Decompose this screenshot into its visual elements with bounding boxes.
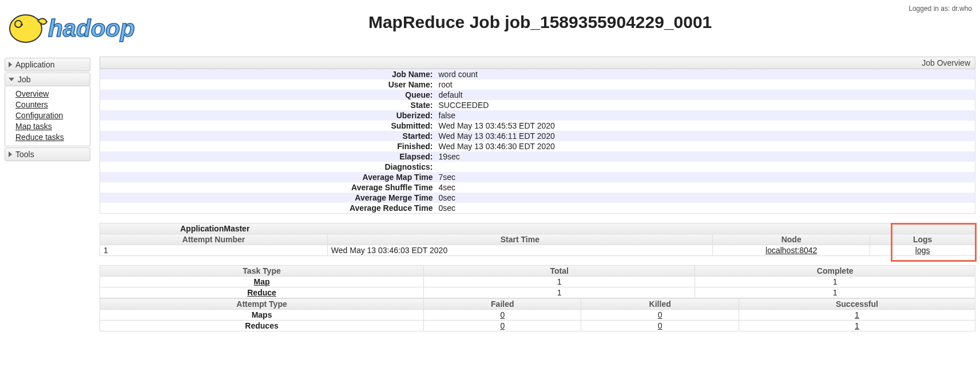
sidebar-item-overview[interactable]: Overview — [15, 89, 86, 99]
overview-key: Elapsed: — [100, 151, 437, 162]
overview-key: Started: — [100, 131, 437, 141]
svg-point-0 — [10, 15, 42, 42]
am-row: 1 Wed May 13 03:46:03 EDT 2020 localhost… — [100, 245, 975, 256]
overview-key: Queue: — [100, 90, 437, 100]
overview-key: Diagnostics: — [100, 162, 437, 172]
task-row-reduce: Reduce 1 1 — [100, 287, 975, 298]
task-reduce-cell: Reduce — [100, 287, 424, 298]
sidebar-item-map-tasks[interactable]: Map tasks — [15, 121, 86, 132]
attempt-maps-killed[interactable]: 0 — [658, 310, 662, 319]
attempt-reduces-successful[interactable]: 1 — [855, 321, 859, 330]
overview-value: 4sec — [437, 182, 975, 193]
attempt-reduces-failed[interactable]: 0 — [500, 321, 505, 330]
overview-key: Submitted: — [100, 121, 437, 131]
overview-value: 19sec — [437, 151, 975, 162]
sidebar-tools[interactable]: Tools — [5, 147, 90, 161]
sidebar-item-configuration[interactable]: Configuration — [15, 110, 86, 121]
overview-value: 0sec — [437, 193, 975, 203]
overview-row: Average Shuffle Time4sec — [100, 182, 975, 193]
sidebar-item-counters[interactable]: Counters — [15, 99, 86, 110]
task-reduce-complete: 1 — [695, 287, 975, 298]
task-reduce-link[interactable]: Reduce — [247, 288, 276, 297]
sidebar-job[interactable]: Job — [5, 73, 90, 86]
overview-value: Wed May 13 03:46:11 EDT 2020 — [437, 131, 975, 141]
overview-row: Started:Wed May 13 03:46:11 EDT 2020 — [100, 131, 975, 141]
overview-value: word count — [437, 69, 975, 79]
overview-row: Elapsed:19sec — [100, 151, 975, 162]
overview-key: Uberized: — [100, 110, 437, 121]
am-th-node: Node — [712, 234, 870, 245]
sidebar-tools-label: Tools — [15, 150, 34, 159]
task-map-cell: Map — [100, 277, 424, 287]
am-attempt: 1 — [100, 245, 328, 256]
chevron-down-icon — [9, 78, 14, 81]
overview-row: Job Name:word count — [100, 69, 975, 79]
attempt-maps-successful[interactable]: 1 — [855, 310, 859, 319]
login-status: Logged in as: dr.who — [908, 0, 980, 13]
overview-value: Wed May 13 03:46:30 EDT 2020 — [437, 141, 975, 151]
overview-value — [437, 162, 975, 172]
task-map-complete: 1 — [695, 277, 975, 287]
am-start: Wed May 13 03:46:03 EDT 2020 — [327, 245, 712, 256]
at-th-successful: Successful — [739, 299, 975, 310]
task-map-total: 1 — [424, 277, 695, 287]
svg-text:hadoop: hadoop — [48, 15, 135, 42]
overview-key: Average Map Time — [100, 172, 437, 182]
attempt-reduces-label: Reduces — [100, 321, 424, 331]
am-th-attempt: Attempt Number — [100, 234, 328, 245]
overview-row: Average Merge Time0sec — [100, 193, 975, 203]
attempt-maps-failed[interactable]: 0 — [500, 310, 505, 319]
overview-value: 7sec — [437, 172, 975, 182]
task-row-map: Map 1 1 — [100, 277, 975, 287]
page-title: MapReduce Job job_1589355904229_0001 — [172, 13, 908, 32]
attempt-row-maps: Maps 0 0 1 — [100, 310, 975, 321]
overview-key: Average Reduce Time — [100, 203, 437, 214]
overview-value: SUCCEEDED — [437, 100, 975, 110]
sidebar: Application Job Overview Counters Config… — [5, 57, 90, 161]
svg-point-2 — [21, 23, 23, 26]
tt-th-type: Task Type — [100, 266, 424, 277]
overview-value: default — [437, 90, 975, 100]
at-th-failed: Failed — [424, 299, 581, 310]
am-th-start: Start Time — [327, 234, 712, 245]
am-logs-cell: logs — [870, 245, 975, 256]
at-th-type: Attempt Type — [100, 299, 424, 310]
sidebar-application-label: Application — [15, 60, 55, 69]
overview-row: State:SUCCEEDED — [100, 100, 975, 110]
overview-value: 0sec — [437, 203, 975, 214]
attempt-reduces-killed[interactable]: 0 — [658, 321, 662, 330]
overview-key: Average Merge Time — [100, 193, 437, 203]
attempt-type-table: Attempt Type Failed Killed Successful Ma… — [100, 298, 975, 331]
am-th-logs: Logs — [870, 234, 975, 245]
job-overview-header: Job Overview — [100, 57, 975, 69]
overview-key: Finished: — [100, 141, 437, 151]
overview-row: Diagnostics: — [100, 162, 975, 172]
am-node-link[interactable]: localhost:8042 — [765, 246, 817, 255]
chevron-right-icon — [9, 151, 12, 157]
overview-value: Wed May 13 03:45:53 EDT 2020 — [437, 121, 975, 131]
overview-key: User Name: — [100, 79, 437, 90]
overview-key: State: — [100, 100, 437, 110]
overview-row: User Name:root — [100, 79, 975, 90]
am-caption: ApplicationMaster — [100, 223, 975, 234]
attempt-maps-label: Maps — [100, 310, 424, 321]
overview-value: root — [437, 79, 975, 90]
overview-row: Submitted:Wed May 13 03:45:53 EDT 2020 — [100, 121, 975, 131]
sidebar-application[interactable]: Application — [5, 58, 90, 71]
tt-th-total: Total — [424, 266, 695, 277]
task-reduce-total: 1 — [424, 287, 695, 298]
am-logs-link[interactable]: logs — [915, 246, 930, 255]
overview-row: Average Map Time7sec — [100, 172, 975, 182]
sidebar-item-reduce-tasks[interactable]: Reduce tasks — [15, 132, 86, 143]
task-map-link[interactable]: Map — [254, 277, 270, 286]
svg-point-1 — [15, 21, 22, 27]
overview-row: Finished:Wed May 13 03:46:30 EDT 2020 — [100, 141, 975, 151]
am-node-cell: localhost:8042 — [712, 245, 870, 256]
overview-row: Uberized:false — [100, 110, 975, 121]
hadoop-logo: hadoop — [0, 0, 172, 53]
sidebar-job-label: Job — [18, 75, 31, 84]
attempt-row-reduces: Reduces 0 0 1 — [100, 321, 975, 331]
overview-value: false — [437, 110, 975, 121]
at-th-killed: Killed — [581, 299, 739, 310]
task-type-table: Task Type Total Complete Map 1 1 Reduce … — [100, 265, 975, 298]
